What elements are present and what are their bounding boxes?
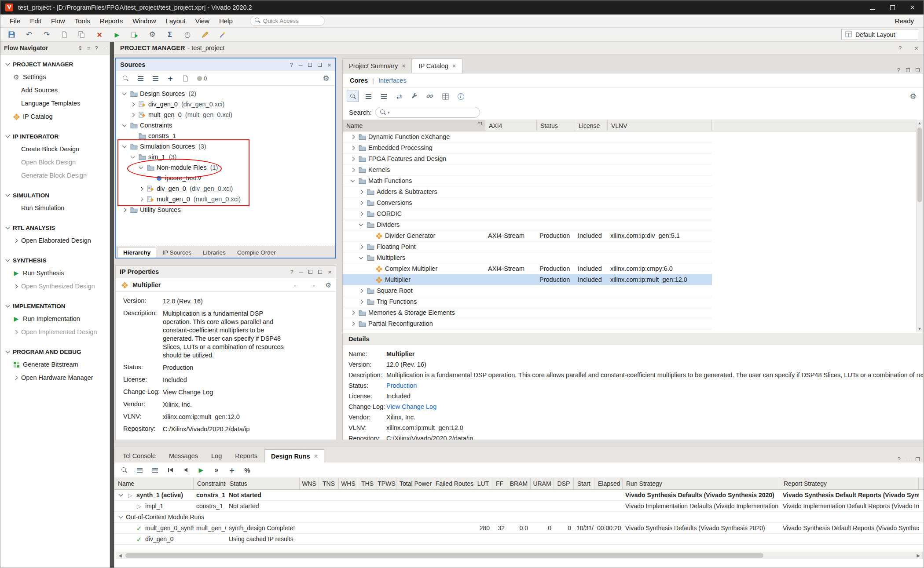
runs-row-div-gen-0[interactable]: ✓div_gen_0Using cached IP results (114, 534, 924, 545)
open-document-icon[interactable] (59, 29, 70, 40)
help-icon[interactable]: ? (898, 45, 902, 51)
column-header-dsp[interactable]: DSP (554, 478, 574, 489)
minimize-icon[interactable]: – (299, 269, 303, 275)
sources-tree-item-mult-gen-0[interactable]: mult_gen_0 (mult_gen_0.xci) (116, 194, 335, 204)
add-repository-icon[interactable] (424, 91, 436, 102)
runs-row-synth-1-active[interactable]: ▷synth_1 (active)constrs_1Not startedViv… (114, 490, 924, 501)
column-header-whs[interactable]: WHS (339, 478, 358, 489)
view-cores[interactable]: Cores (350, 77, 368, 84)
column-header-constraints[interactable]: Constraints (194, 478, 226, 489)
sources-tree-item-div-gen-0[interactable]: div_gen_0 (div_gen_0.xci) (116, 99, 335, 109)
chevron-down-icon[interactable] (121, 93, 128, 95)
help-icon[interactable]: ? (95, 45, 98, 51)
sources-tree-item-simulation-sources[interactable]: Simulation Sources (3) (116, 141, 335, 152)
chevron-down-icon[interactable] (349, 180, 356, 182)
scroll-up-icon[interactable]: ▲ (917, 120, 923, 127)
settings-icon[interactable]: ⚙ (147, 29, 158, 40)
chevron-right-icon[interactable] (349, 311, 356, 314)
add-sources-icon[interactable]: + (165, 73, 176, 84)
sources-tab-compile-order[interactable]: Compile Order (232, 248, 281, 258)
catalog-row-partial-reconfiguration[interactable]: Partial Reconfiguration (343, 318, 712, 329)
column-header-tpws[interactable]: TPWS (377, 478, 396, 489)
open-file-icon[interactable] (180, 73, 191, 84)
chevron-right-icon[interactable] (121, 208, 128, 211)
float-icon[interactable] (308, 270, 312, 274)
close-icon[interactable]: × (452, 62, 456, 69)
close-icon[interactable]: × (914, 45, 918, 51)
sources-tree-item-div-gen-0[interactable]: div_gen_0 (div_gen_0.xci) (116, 183, 335, 194)
report-sigma-icon[interactable]: Σ (164, 29, 176, 40)
sources-tree-item-utility-sources[interactable]: Utility Sources (116, 204, 335, 215)
float-icon[interactable] (906, 68, 910, 72)
detail-value[interactable]: View Change Log (386, 403, 436, 410)
chevron-right-icon[interactable] (357, 245, 364, 248)
flownav-section-header[interactable]: SYNTHESIS (0, 254, 110, 266)
catalog-row-multiplier[interactable]: MultiplierProductionIncludedxilinx.com:i… (343, 274, 712, 285)
catalog-row-fpga-features-and-design[interactable]: FPGA Features and Design (343, 153, 712, 164)
bottom-tab-tcl-console[interactable]: Tcl Console (117, 449, 162, 462)
fast-forward-icon[interactable]: » (211, 465, 222, 475)
flownav-item-settings[interactable]: ⚙Settings (0, 70, 110, 84)
property-value[interactable]: View Change Log (163, 388, 213, 397)
close-icon[interactable]: × (328, 269, 332, 275)
back-icon[interactable]: ← (293, 281, 300, 288)
flownav-section-header[interactable]: IP INTEGRATOR (0, 130, 110, 142)
settings-icon[interactable]: ⚙ (907, 91, 919, 102)
chevron-right-icon[interactable] (12, 285, 19, 288)
debug-wand-icon[interactable] (217, 29, 228, 40)
catalog-row-memories-storage-elements[interactable]: Memories & Storage Elements (343, 307, 712, 318)
menu-edit[interactable]: Edit (25, 15, 46, 27)
flownav-item-generate-bitstream[interactable]: Generate Bitstream (0, 358, 110, 371)
close-button[interactable]: × (910, 4, 915, 11)
column-header-report-strategy[interactable]: Report Strategy (780, 478, 919, 489)
menu-window[interactable]: Window (128, 15, 161, 27)
percentage-icon[interactable]: % (242, 465, 253, 475)
menu-flow[interactable]: Flow (46, 15, 70, 27)
chevron-right-icon[interactable] (349, 157, 356, 160)
chevron-right-icon[interactable] (129, 113, 136, 117)
scrollbar-thumb[interactable] (917, 127, 922, 202)
cancel-icon[interactable]: × (94, 29, 105, 40)
catalog-row-math-functions[interactable]: Math Functions (343, 175, 712, 186)
edit-pencil-icon[interactable] (199, 29, 211, 40)
column-header-status[interactable]: Status (537, 120, 575, 131)
column-header-run-strategy[interactable]: Run Strategy (623, 478, 780, 489)
search-input[interactable]: ▾ (375, 107, 480, 118)
chevron-right-icon[interactable] (137, 198, 144, 201)
sources-tree-item-constrs-1[interactable]: constrs_1 (116, 131, 335, 141)
flownav-item-add-sources[interactable]: Add Sources (0, 84, 110, 97)
bottom-tab-reports[interactable]: Reports (229, 449, 264, 462)
flownav-item-run-synthesis[interactable]: ▶Run Synthesis (0, 266, 110, 280)
copy-icon[interactable] (76, 29, 88, 40)
flownav-section-header[interactable]: PROGRAM AND DEBUG (0, 346, 110, 358)
chevron-down-icon[interactable] (137, 167, 144, 168)
expand-all-icon[interactable] (150, 73, 161, 84)
menu-layout[interactable]: Layout (161, 15, 191, 27)
layout-selector[interactable]: Default Layout (841, 29, 918, 40)
expand-all-icon[interactable] (149, 465, 161, 475)
chevron-down-icon[interactable] (117, 494, 124, 496)
expand-all-icon[interactable] (378, 91, 389, 102)
chevron-down-icon[interactable] (357, 224, 364, 226)
save-project-icon[interactable] (6, 29, 17, 40)
help-icon[interactable]: ? (897, 67, 900, 73)
bottom-tab-messages[interactable]: Messages (163, 449, 204, 462)
maximize-icon[interactable] (916, 68, 920, 72)
sidebar-splitter[interactable] (110, 42, 114, 568)
scroll-left-icon[interactable]: ◀ (116, 553, 124, 558)
minimize-button[interactable] (870, 4, 875, 11)
menu-file[interactable]: File (5, 15, 25, 27)
catalog-row-divider-generator[interactable]: Divider GeneratorAXI4-StreamProductionIn… (343, 230, 712, 241)
maximize-button[interactable] (890, 4, 895, 11)
flownav-item-open-elaborated-design[interactable]: Open Elaborated Design (0, 234, 110, 247)
menu-icon[interactable]: ≡ (87, 45, 91, 51)
chevron-right-icon[interactable] (349, 146, 356, 149)
create-runs-icon[interactable]: + (226, 465, 238, 475)
catalog-row-kernels[interactable]: Kernels (343, 164, 712, 175)
help-icon[interactable]: ? (897, 456, 900, 462)
timer-icon[interactable]: ◷ (182, 29, 193, 40)
sources-tree-item-sim-1[interactable]: sim_1 (3) (116, 152, 335, 162)
collapse-all-icon[interactable] (363, 91, 374, 102)
forward-icon[interactable]: → (309, 281, 316, 288)
column-header-ths[interactable]: THS (358, 478, 377, 489)
